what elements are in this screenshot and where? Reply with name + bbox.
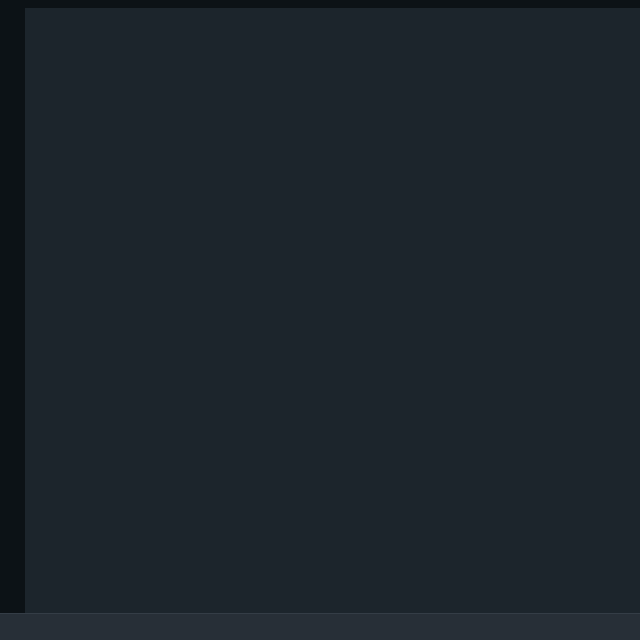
- units-table-header: [38, 67, 640, 85]
- property-table-header: [38, 187, 640, 205]
- section-subtitle: [40, 123, 640, 138]
- page-title: [40, 24, 640, 42]
- section-heading: [40, 98, 640, 115]
- bottom-toolbar: [0, 613, 640, 640]
- legend-title: [432, 142, 640, 158]
- report-panel: [25, 8, 640, 640]
